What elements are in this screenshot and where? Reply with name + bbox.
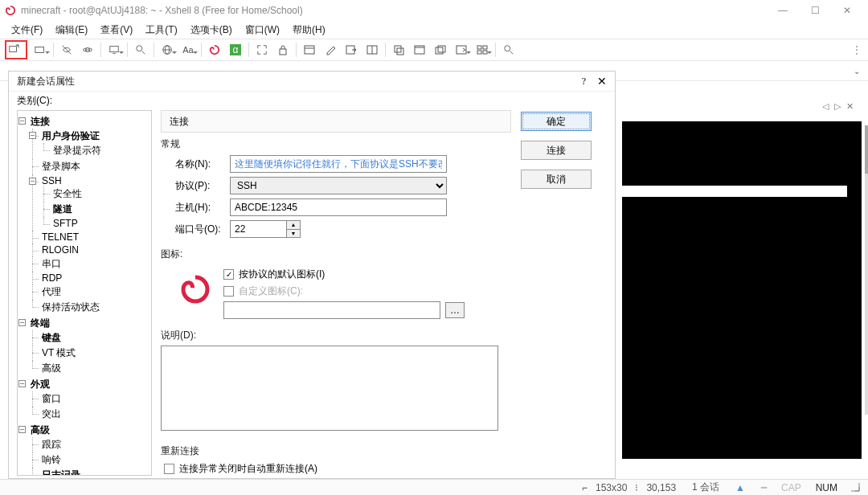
host-input[interactable] (230, 198, 447, 216)
windows-icon[interactable] (430, 41, 451, 59)
tree-expander[interactable]: – (18, 117, 26, 125)
tree-serial[interactable]: 串口 (40, 258, 63, 269)
menu-window[interactable]: 窗口(W) (240, 22, 285, 39)
name-input[interactable] (230, 155, 447, 173)
app-icon (5, 5, 16, 16)
custom-icon-label: 自定义图标(C): (239, 284, 303, 298)
window-icon[interactable] (409, 41, 430, 59)
panel-header: 连接 (161, 110, 511, 133)
menu-file[interactable]: 文件(F) (6, 22, 47, 39)
tree-expander[interactable]: – (29, 132, 36, 139)
green-badge-icon[interactable]: α (225, 41, 246, 59)
tree-window[interactable]: 窗口 (40, 393, 63, 404)
tree-expander[interactable]: – (18, 319, 26, 326)
tree-security[interactable]: 安全性 (51, 188, 84, 199)
tile-icon[interactable] (472, 41, 493, 59)
tree-rdp[interactable]: RDP (40, 272, 63, 284)
dialog-title: 新建会话属性 (17, 75, 582, 88)
font-icon[interactable]: Aa (178, 41, 199, 59)
tree-telnet[interactable]: TELNET (40, 231, 80, 243)
tree-ssh[interactable]: SSH (40, 175, 63, 186)
fullscreen-icon[interactable] (252, 41, 272, 59)
layout1-icon[interactable] (299, 41, 320, 59)
ok-button[interactable]: 确定 (521, 112, 592, 131)
tree-terminal[interactable]: 终端 (29, 317, 51, 329)
export-icon[interactable] (341, 41, 362, 59)
custom-icon-checkbox[interactable] (223, 286, 234, 297)
edit-icon[interactable] (320, 41, 341, 59)
window-minimize-button[interactable]: — (767, 0, 799, 21)
link-icon[interactable] (77, 41, 98, 59)
disconnect-icon[interactable] (56, 41, 77, 59)
lock-icon[interactable] (272, 41, 293, 59)
auto-reconnect-checkbox[interactable] (164, 464, 174, 474)
description-textarea[interactable] (161, 346, 498, 431)
session-swirl-icon (175, 269, 215, 309)
tree-keyboard[interactable]: 键盘 (40, 332, 63, 343)
tree-sftp[interactable]: SFTP (51, 218, 80, 229)
split-right-icon[interactable] (451, 41, 472, 59)
svg-rect-28 (483, 46, 487, 49)
toolbar-overflow-icon[interactable]: ⋮ (849, 44, 865, 55)
menu-tools[interactable]: 工具(T) (141, 22, 182, 39)
svg-rect-5 (110, 47, 119, 52)
layout2-icon[interactable] (362, 41, 383, 59)
connect-button[interactable]: 连接 (521, 141, 592, 160)
panel-header-text: 连接 (170, 115, 189, 129)
search-icon[interactable] (130, 41, 151, 59)
status-sessions: 1 会话 (692, 481, 719, 494)
port-input[interactable] (230, 220, 286, 238)
terminal-pane[interactable] (622, 121, 862, 459)
tree-proxy[interactable]: 代理 (40, 286, 63, 297)
default-icon-checkbox[interactable] (223, 269, 234, 280)
svg-rect-15 (305, 46, 314, 54)
tree-highlight[interactable]: 突出 (40, 408, 63, 419)
menu-tabs[interactable]: 选项卡(B) (186, 22, 237, 39)
tree-expander[interactable]: – (29, 178, 36, 185)
menu-view[interactable]: 查看(V) (96, 22, 137, 39)
globe-icon[interactable] (157, 41, 178, 59)
section-reconnect: 重新连接 (161, 444, 511, 458)
swirl-icon[interactable] (204, 41, 225, 59)
tree-bell[interactable]: 响铃 (40, 454, 63, 465)
monitor-icon[interactable] (104, 41, 125, 59)
protocol-select[interactable]: SSH (230, 177, 447, 194)
dialog-close-button[interactable]: ✕ (597, 75, 607, 88)
browse-icon-button[interactable]: … (445, 302, 465, 318)
dialog-help-button[interactable]: ? (582, 76, 586, 88)
tree-logging[interactable]: 日志记录 (40, 469, 82, 476)
tree-vtmode[interactable]: VT 模式 (40, 347, 77, 358)
open-session-icon[interactable] (30, 41, 51, 59)
tree-tunnel[interactable]: 隧道 (51, 203, 74, 215)
tree-keepalive[interactable]: 保持活动状态 (40, 301, 101, 313)
tree-advanced2[interactable]: 高级 (29, 424, 51, 436)
menu-edit[interactable]: 编辑(E) (51, 22, 92, 39)
svg-rect-0 (10, 47, 17, 52)
tree-login-prompt[interactable]: 登录提示符 (51, 145, 103, 156)
copy-icon[interactable] (388, 41, 409, 59)
tree-appearance[interactable]: 外观 (29, 378, 51, 390)
window-maximize-button[interactable]: ☐ (799, 0, 831, 21)
tree-expander[interactable]: – (18, 426, 26, 433)
custom-icon-path (223, 301, 440, 319)
window-close-button[interactable]: ✕ (831, 0, 863, 21)
port-spinner[interactable]: ▲▼ (286, 220, 301, 238)
cancel-button[interactable]: 取消 (521, 170, 592, 189)
menu-help[interactable]: 帮助(H) (288, 22, 330, 39)
tree-connection[interactable]: 连接 (29, 116, 51, 127)
category-tree[interactable]: –连接 –用户身份验证 登录提示符 登录脚本 –SSH 安全性 隧道 SFTP (17, 110, 152, 476)
section-general: 常规 (161, 137, 511, 151)
label-name: 名称(N): (161, 158, 230, 171)
tree-trace[interactable]: 跟踪 (40, 439, 63, 450)
addressbar-dropdown-icon[interactable]: ⌄ (854, 67, 860, 76)
tree-rlogin[interactable]: RLOGIN (40, 244, 80, 256)
tree-expander[interactable]: – (18, 380, 26, 387)
tree-login-script[interactable]: 登录脚本 (40, 161, 82, 172)
tree-advanced[interactable]: 高级 (40, 362, 63, 374)
default-icon-label: 按协议的默认图标(I) (239, 268, 325, 281)
tree-auth[interactable]: 用户身份验证 (40, 130, 101, 141)
search2-icon[interactable] (498, 41, 519, 59)
new-session-icon[interactable] (3, 41, 24, 59)
terminal-scrollbar[interactable] (865, 125, 868, 415)
tab-nav-arrows[interactable]: ◁ ▷ ✕ (822, 101, 855, 112)
